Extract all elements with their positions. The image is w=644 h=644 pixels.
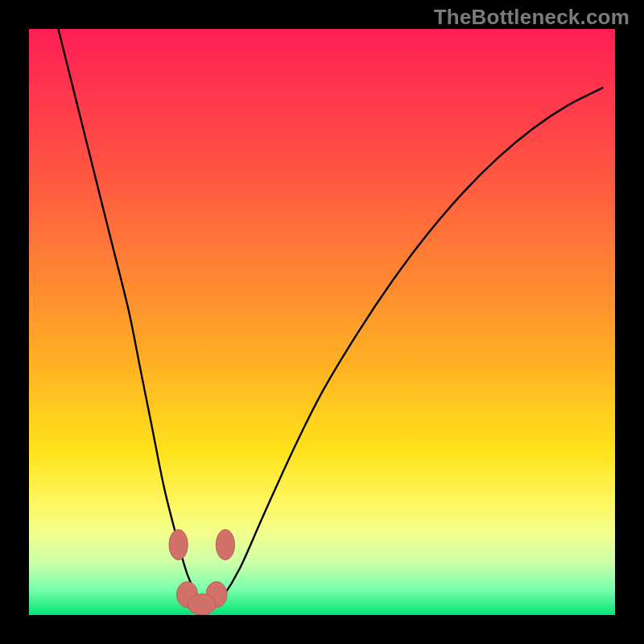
- curve-marker: [169, 530, 188, 560]
- plot-area: [29, 29, 615, 615]
- gradient-background: [29, 29, 615, 615]
- curve-marker: [216, 530, 234, 560]
- curve-marker: [188, 594, 216, 615]
- plot-svg: [29, 29, 615, 615]
- outer-frame: TheBottleneck.com: [0, 0, 644, 644]
- watermark-text: TheBottleneck.com: [434, 5, 630, 30]
